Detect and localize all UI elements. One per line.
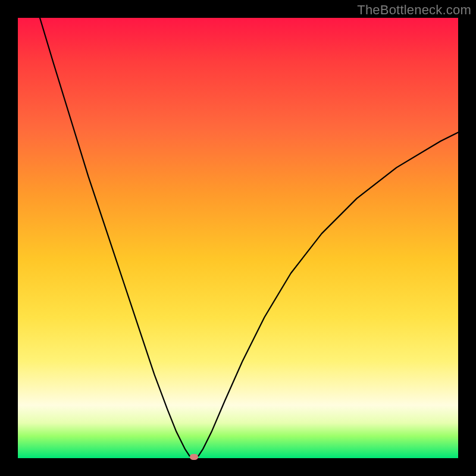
chart-container: TheBottleneck.com xyxy=(0,0,476,476)
watermark-text: TheBottleneck.com xyxy=(357,2,471,18)
bottleneck-curve xyxy=(18,18,458,458)
minimum-marker xyxy=(190,454,198,460)
plot-area xyxy=(18,18,458,458)
